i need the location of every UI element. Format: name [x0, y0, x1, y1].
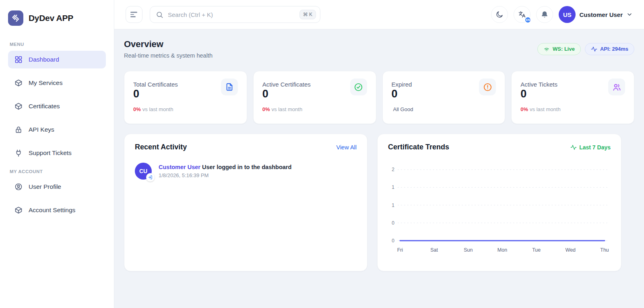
sidebar-item-dashboard[interactable]: Dashboard — [8, 51, 106, 68]
recent-activity-panel: Recent Activity View All CU Customer Use… — [124, 134, 367, 271]
activity-icon — [591, 46, 597, 52]
page-header: Overview Real-time metrics & system heal… — [124, 39, 634, 59]
stat-delta-suffix: vs last month — [142, 106, 173, 112]
certificate-trends-panel: Certificate Trends Last 7 Days 21100FriS… — [377, 134, 621, 271]
stat-card-total-certificates: Total Certificates 0 0%vs last month — [124, 71, 247, 124]
svg-text:Sat: Sat — [430, 247, 438, 253]
stat-value: 0 — [520, 88, 557, 100]
search-shortcut-kbd: ⌘ K — [299, 10, 316, 19]
svg-text:2: 2 — [392, 167, 394, 172]
sidebar-toggle-button[interactable] — [126, 6, 142, 23]
stat-delta-suffix: vs last month — [272, 106, 303, 112]
sidebar-item-account-settings[interactable]: Account Settings — [8, 201, 106, 219]
stat-card-active-tickets: Active Tickets 0 0%vs last month — [511, 71, 634, 124]
sidebar-item-label: My Services — [29, 79, 62, 87]
topbar-actions: EN US Customer User — [491, 6, 633, 23]
plug-icon — [14, 149, 23, 157]
stat-delta: 0% — [133, 106, 141, 112]
svg-text:Thu: Thu — [600, 247, 609, 253]
activity-action: User logged in to the dashboard — [202, 164, 291, 170]
stat-footnote: 0%vs last month — [262, 106, 367, 112]
moon-icon — [495, 10, 504, 19]
app-logo-icon — [8, 10, 23, 26]
sidebar-item-api-keys[interactable]: API Keys — [8, 121, 106, 138]
sidebar-item-certificates[interactable]: Certificates — [8, 97, 106, 115]
sidebar-item-label: Dashboard — [29, 56, 59, 63]
avatar: US — [559, 6, 576, 23]
chevron-down-icon — [626, 11, 633, 18]
stat-title: Active Tickets — [520, 79, 557, 88]
wifi-icon — [543, 46, 550, 52]
stat-footnote: All Good — [392, 106, 496, 112]
sidebar-item-support-tickets[interactable]: Support Tickets — [8, 144, 106, 162]
svg-text:Sun: Sun — [464, 247, 473, 253]
search-input[interactable] — [168, 11, 295, 18]
package-icon — [14, 102, 23, 110]
sidebar: DyDev APP MENU Dashboard My Services Cer… — [0, 0, 114, 308]
dark-mode-toggle[interactable] — [491, 6, 508, 23]
activity-timestamp: 1/8/2026, 5:16:39 PM — [159, 172, 291, 178]
sidebar-nav-menu: Dashboard My Services Certificates API K… — [0, 51, 114, 162]
activity-item: CU Customer User User logged in to the d… — [135, 163, 357, 180]
trend-period-label: Last 7 Days — [570, 144, 611, 151]
sidebar-item-label: Support Tickets — [29, 149, 72, 157]
language-badge: EN — [524, 17, 531, 23]
svg-text:Fri: Fri — [397, 247, 403, 253]
svg-text:1: 1 — [392, 184, 394, 190]
check-circle-icon — [350, 79, 367, 95]
certificate-trends-title: Certificate Trends — [388, 143, 449, 151]
stat-title: Total Certificates — [133, 79, 178, 88]
stat-delta: 0% — [520, 106, 528, 112]
stat-title: Expired — [392, 79, 412, 88]
view-all-link[interactable]: View All — [336, 144, 357, 151]
activity-actor[interactable]: Customer User — [159, 164, 200, 170]
stat-delta: 0% — [262, 106, 270, 112]
file-text-icon — [221, 79, 238, 95]
users-icon — [608, 79, 625, 95]
trend-period-text: Last 7 Days — [579, 144, 611, 151]
activity-icon — [570, 144, 577, 151]
svg-text:Mon: Mon — [497, 247, 507, 253]
menu-icon — [130, 10, 138, 19]
package-icon — [14, 206, 23, 214]
sidebar-item-label: API Keys — [29, 126, 54, 133]
bell-icon — [541, 10, 549, 19]
activity-text: Customer User User logged in to the dash… — [159, 163, 291, 170]
grid-icon — [14, 56, 23, 64]
stat-card-active-certificates: Active Certificates 0 0%vs last month — [253, 71, 376, 124]
stat-footnote: 0%vs last month — [520, 106, 625, 112]
main-content: Overview Real-time metrics & system heal… — [114, 29, 644, 281]
topbar: ⌘ K EN US Customer User — [114, 0, 644, 29]
recent-activity-title: Recent Activity — [135, 143, 187, 151]
stat-title: Active Certificates — [262, 79, 311, 88]
svg-text:Tue: Tue — [532, 247, 541, 253]
app-logo: DyDev APP — [0, 0, 114, 35]
app-name: DyDev APP — [29, 13, 73, 23]
svg-text:0: 0 — [392, 220, 394, 226]
stat-footnote: 0%vs last month — [133, 106, 238, 112]
certificate-trends-chart: 21100FriSatSunMonTueWedThu — [388, 162, 611, 255]
stat-delta-suffix: All Good — [393, 106, 413, 112]
sidebar-item-user-profile[interactable]: User Profile — [8, 178, 106, 196]
sidebar-section-my-account: MY ACCOUNT — [10, 169, 104, 174]
user-name: Customer User — [579, 11, 623, 18]
stat-value: 0 — [262, 88, 311, 100]
search-box[interactable]: ⌘ K — [150, 6, 320, 23]
package-icon — [14, 79, 23, 87]
sidebar-nav-account: User Profile Account Settings — [0, 178, 114, 219]
stat-delta-suffix: vs last month — [530, 106, 561, 112]
stats-grid: Total Certificates 0 0%vs last month Act… — [124, 71, 634, 124]
language-switcher-button[interactable]: EN — [514, 6, 530, 23]
search-icon — [156, 11, 163, 19]
svg-text:1: 1 — [392, 203, 394, 208]
svg-text:Wed: Wed — [566, 247, 576, 253]
svg-text:0: 0 — [392, 238, 394, 244]
user-menu[interactable]: US Customer User — [559, 6, 633, 23]
notifications-button[interactable] — [536, 6, 553, 23]
websocket-status-badge: WS: Live — [537, 43, 581, 55]
lock-icon — [14, 126, 23, 134]
login-icon — [146, 173, 155, 182]
stat-value: 0 — [133, 88, 178, 100]
alert-circle-icon — [479, 79, 496, 95]
sidebar-item-my-services[interactable]: My Services — [8, 74, 106, 92]
